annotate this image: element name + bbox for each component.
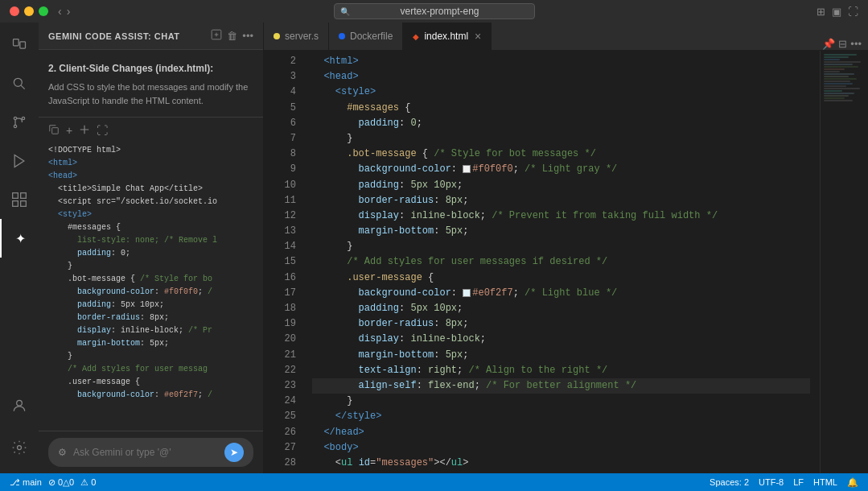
tab-dot-docker xyxy=(339,33,345,39)
svg-rect-8 xyxy=(13,193,19,199)
delete-chat-icon[interactable]: 🗑 xyxy=(227,30,237,42)
code-line-32: <ul id="messages"></ul> xyxy=(312,456,810,471)
line-ending-indicator[interactable]: LF xyxy=(793,477,804,488)
code-line-12: background-color: #f0f0f0; /* Light gray… xyxy=(312,162,810,177)
nav-forward-button[interactable]: › xyxy=(67,5,71,18)
code-line-29: </style> xyxy=(312,409,810,424)
copy-code-icon[interactable] xyxy=(48,124,60,138)
chat-at-icon: ⚙ xyxy=(58,447,67,458)
tab-label-html: index.html xyxy=(424,31,468,42)
encoding-indicator[interactable]: UTF-8 xyxy=(759,477,784,488)
chat-input[interactable] xyxy=(73,447,218,458)
chat-send-button[interactable]: ➤ xyxy=(224,443,244,462)
sidebar-header: GEMINI CODE ASSIST: CHAT 🗑 ••• xyxy=(39,23,263,50)
editor-area: server.s Dockerfile ◆ index.html × 📌 ⊟ •… xyxy=(264,23,868,473)
code-preview: <!DOCTYPE html> <html> <head> <title>Sim… xyxy=(48,144,253,402)
svg-rect-11 xyxy=(21,201,27,207)
tab-dockerfile[interactable]: Dockerfile xyxy=(329,23,403,50)
search-bar[interactable]: vertex-prompt-eng xyxy=(334,3,535,19)
code-line-2: <html> xyxy=(312,54,810,69)
git-branch[interactable]: ⎇ main xyxy=(10,477,42,488)
svg-point-12 xyxy=(17,400,23,406)
activity-git[interactable] xyxy=(0,103,39,142)
new-chat-icon[interactable] xyxy=(211,29,222,43)
tab-server-js[interactable]: server.s xyxy=(264,23,329,50)
spaces-indicator[interactable]: Spaces: 2 xyxy=(710,477,749,488)
insert-code-icon[interactable] xyxy=(79,124,90,138)
maximize-button[interactable] xyxy=(39,6,48,16)
split-icon[interactable]: ▣ xyxy=(832,6,841,18)
tab-index-html[interactable]: ◆ index.html × xyxy=(403,23,492,50)
code-line-23: display: inline-block; xyxy=(312,332,810,347)
editor-content: 2 3 4 5 6 7 8 9 10 11 12 13 14 15 16 17 … xyxy=(264,51,868,473)
ai-section-desc: Add CSS to style the bot messages and mo… xyxy=(48,80,253,107)
status-bar-right: Spaces: 2 UTF-8 LF HTML 🔔 xyxy=(710,477,858,488)
notification-icon[interactable]: 🔔 xyxy=(847,477,858,488)
tab-close-html[interactable]: × xyxy=(475,30,481,43)
minimize-button[interactable] xyxy=(24,6,34,16)
code-line-27: } xyxy=(312,394,810,409)
language-indicator[interactable]: HTML xyxy=(813,477,837,488)
pin-icon[interactable]: 📌 xyxy=(822,38,835,50)
traffic-lights xyxy=(10,6,48,16)
tab-label-docker: Dockerfile xyxy=(350,31,393,42)
activity-explorer[interactable] xyxy=(0,26,39,64)
line-numbers: 2 3 4 5 6 7 8 9 10 11 12 13 14 15 16 17 … xyxy=(264,51,302,473)
code-line-14: border-radius: 8px; xyxy=(312,193,810,208)
errors-count[interactable]: ⊘ 0△0 xyxy=(48,477,74,488)
sidebar: GEMINI CODE ASSIST: CHAT 🗑 ••• 2. Client… xyxy=(39,23,264,473)
activity-settings[interactable] xyxy=(0,428,39,467)
svg-rect-0 xyxy=(14,39,19,46)
title-bar-right: ⊞ ▣ ⛶ xyxy=(817,6,858,18)
code-line-22: border-radius: 8px; xyxy=(312,316,810,332)
code-line-3: <head> xyxy=(312,69,810,85)
title-bar-center: 🔍 vertex-prompt-eng xyxy=(334,3,535,19)
code-line-18: /* Add styles for user messages if desir… xyxy=(312,254,810,270)
more-editor-icon[interactable]: ••• xyxy=(850,38,862,50)
search-bar-wrapper[interactable]: 🔍 vertex-prompt-eng xyxy=(334,3,535,19)
nav-back-button[interactable]: ‹ xyxy=(58,5,62,18)
activity-gemini[interactable]: ✦ xyxy=(0,219,39,258)
tab-dot-html: ◆ xyxy=(413,32,419,41)
code-line-25: text-align: right; /* Align to the right… xyxy=(312,363,810,378)
svg-rect-1 xyxy=(20,42,26,48)
activity-run[interactable] xyxy=(0,142,39,180)
add-code-icon[interactable]: + xyxy=(66,124,72,138)
chat-input-area: ⚙ ➤ xyxy=(39,431,263,473)
code-line-19: .user-message { xyxy=(312,270,810,286)
code-line-30: </head> xyxy=(312,425,810,440)
code-line-31: <body> xyxy=(312,440,810,456)
sidebar-header-icons: 🗑 ••• xyxy=(211,29,253,43)
fullscreen-icon[interactable]: ⛶ xyxy=(848,6,858,18)
split-editor-icon[interactable]: ⊟ xyxy=(838,38,847,50)
svg-point-2 xyxy=(14,78,22,86)
expand-code-icon[interactable]: ⛶ xyxy=(97,124,108,138)
svg-rect-15 xyxy=(52,128,59,134)
sidebar-content: 2. Client-Side Changes (index.html): Add… xyxy=(39,50,263,431)
code-line-21: padding: 5px 10px; xyxy=(312,301,810,316)
svg-point-6 xyxy=(22,117,24,119)
main-layout: ✦ GEMINI CODE ASSIST: CHAT 🗑 ••• xyxy=(0,23,868,473)
svg-rect-10 xyxy=(13,201,19,207)
activity-account[interactable] xyxy=(0,386,39,425)
activity-bar: ✦ xyxy=(0,23,39,473)
ai-section-title: 2. Client-Side Changes (index.html): xyxy=(48,63,253,74)
code-line-6: #messages { xyxy=(312,101,810,116)
activity-search[interactable] xyxy=(0,64,39,103)
code-line-8: padding: 0; xyxy=(312,116,810,131)
tab-dot-js xyxy=(274,33,280,39)
svg-point-5 xyxy=(14,125,16,127)
status-bar-left: ⎇ main ⊘ 0△0 ⚠ 0 xyxy=(10,477,96,488)
status-bar: ⎇ main ⊘ 0△0 ⚠ 0 Spaces: 2 UTF-8 LF HTML… xyxy=(0,473,868,491)
code-line-13: padding: 5px 10px; xyxy=(312,178,810,193)
more-options-icon[interactable]: ••• xyxy=(242,30,253,42)
svg-line-3 xyxy=(21,85,25,89)
activity-extensions[interactable] xyxy=(0,180,39,219)
editor-code[interactable]: <html> <head> <style> #messages { paddin… xyxy=(302,51,820,473)
layout-icon[interactable]: ⊞ xyxy=(817,6,825,18)
close-button[interactable] xyxy=(10,6,19,16)
warnings-count[interactable]: ⚠ 0 xyxy=(80,477,96,488)
svg-point-4 xyxy=(14,117,16,119)
svg-marker-7 xyxy=(14,155,24,167)
code-line-15: display: inline-block; /* Prevent it fro… xyxy=(312,208,810,224)
